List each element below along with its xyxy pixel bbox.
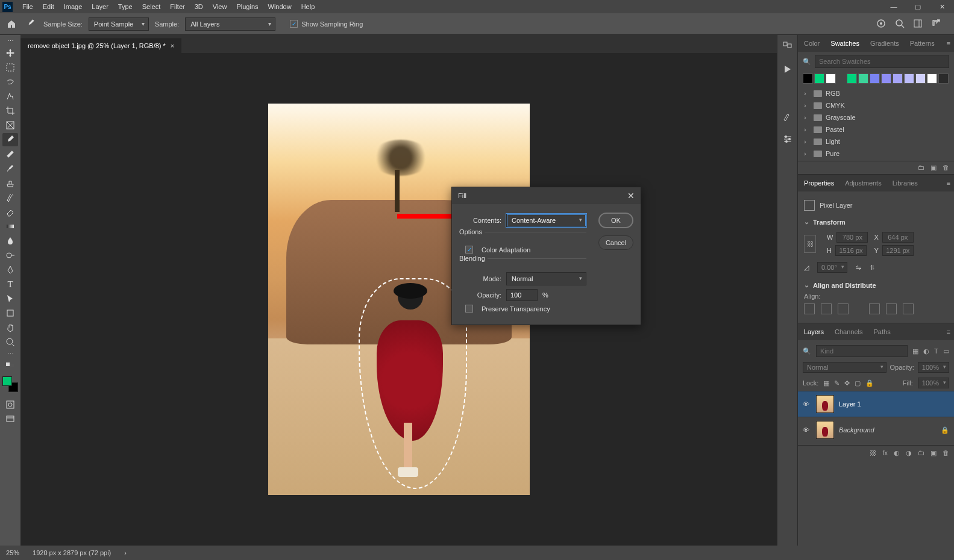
blend-mode-select[interactable]: Normal xyxy=(803,362,887,373)
contents-select[interactable]: Content-Aware xyxy=(506,214,586,227)
healing-tool[interactable] xyxy=(2,148,18,161)
menu-edit[interactable]: Edit xyxy=(38,1,59,12)
swatch-folder-grayscale[interactable]: ›Grayscale xyxy=(798,111,954,123)
transform-section-header[interactable]: ⌄Transform xyxy=(804,214,948,229)
filter-type-icon[interactable]: T xyxy=(934,347,938,355)
maximize-button[interactable]: ▢ xyxy=(906,0,930,13)
tools-handle[interactable]: ⋯ xyxy=(2,37,18,45)
eyedropper-tool[interactable] xyxy=(2,133,18,146)
swatch-item[interactable] xyxy=(915,73,926,84)
swatch-item[interactable] xyxy=(826,73,836,84)
menu-filter[interactable]: Filter xyxy=(165,1,189,12)
brush-tool[interactable] xyxy=(2,162,18,175)
menu-image[interactable]: Image xyxy=(59,1,87,12)
home-icon[interactable] xyxy=(5,17,18,31)
sample-size-select[interactable]: Point Sample xyxy=(89,17,149,31)
tab-properties[interactable]: Properties xyxy=(802,177,836,189)
dodge-tool[interactable] xyxy=(2,249,18,262)
path-select-tool[interactable] xyxy=(2,292,18,305)
zoom-level[interactable]: 25% xyxy=(6,549,19,556)
group-icon[interactable]: 🗀 xyxy=(918,449,924,457)
swatch-delete-icon[interactable]: 🗑 xyxy=(943,164,949,172)
tab-adjustments[interactable]: Adjustments xyxy=(843,177,884,189)
tab-patterns[interactable]: Patterns xyxy=(908,37,937,49)
search-icon[interactable] xyxy=(895,19,905,30)
link-layers-icon[interactable]: ⛓ xyxy=(870,449,876,457)
properties-panel-menu-icon[interactable]: ≡ xyxy=(947,179,950,187)
flip-h-icon[interactable]: ⇋ xyxy=(856,264,861,272)
tab-channels[interactable]: Channels xyxy=(832,326,865,338)
swatch-item[interactable] xyxy=(938,73,949,84)
edit-toolbar[interactable] xyxy=(2,358,18,372)
quick-mask-tool[interactable] xyxy=(2,398,18,411)
layers-panel-menu-icon[interactable]: ≡ xyxy=(947,328,950,335)
clone-stamp-tool[interactable] xyxy=(2,176,18,190)
layer-filter-kind[interactable] xyxy=(816,345,908,357)
color-adaptation-checkbox[interactable] xyxy=(465,246,473,254)
align-vcenter-icon[interactable] xyxy=(886,303,897,314)
workspace-icon[interactable] xyxy=(913,19,923,30)
screen-mode-tool[interactable] xyxy=(2,412,18,426)
y-input[interactable] xyxy=(882,245,914,256)
share-icon[interactable] xyxy=(931,18,942,30)
menu-3d[interactable]: 3D xyxy=(190,1,208,12)
tools-more[interactable]: ⋯ xyxy=(2,350,18,357)
align-bottom-icon[interactable] xyxy=(903,303,914,314)
zoom-tool[interactable] xyxy=(2,335,18,349)
collapsed-settings-icon[interactable] xyxy=(781,132,794,146)
visibility-icon[interactable]: 👁 xyxy=(803,400,811,408)
preserve-transparency-checkbox[interactable] xyxy=(465,305,473,313)
lock-paint-icon[interactable]: ✎ xyxy=(834,379,839,387)
swatch-folder-cmyk[interactable]: ›CMYK xyxy=(798,99,954,111)
link-wh-icon[interactable]: ⛓ xyxy=(804,235,816,253)
adjustment-icon[interactable]: ◑ xyxy=(906,449,912,457)
menu-type[interactable]: Type xyxy=(113,1,137,12)
layer-fill-select[interactable]: 100% xyxy=(918,378,949,388)
swatch-item[interactable] xyxy=(814,73,824,84)
collapsed-brushes-icon[interactable] xyxy=(781,110,794,123)
angle-input[interactable]: 0.00° xyxy=(817,262,847,273)
lock-trans-icon[interactable]: ▦ xyxy=(823,379,829,387)
mode-select[interactable]: Normal xyxy=(506,272,586,285)
ok-button[interactable]: OK xyxy=(598,213,633,228)
tab-paths[interactable]: Paths xyxy=(871,326,893,338)
menu-plugins[interactable]: Plugins xyxy=(231,1,263,12)
foreground-color-swatch[interactable] xyxy=(2,376,12,386)
layer-row-background[interactable]: 👁 Background 🔒 xyxy=(798,417,954,443)
align-hcenter-icon[interactable] xyxy=(821,303,832,314)
delete-layer-icon[interactable]: 🗑 xyxy=(943,449,949,457)
x-input[interactable] xyxy=(882,232,914,243)
align-section-header[interactable]: ⌄Align and Distribute xyxy=(804,278,948,293)
tab-layers[interactable]: Layers xyxy=(802,326,826,338)
menu-window[interactable]: Window xyxy=(263,1,297,12)
swatch-item[interactable] xyxy=(847,73,857,84)
menu-select[interactable]: Select xyxy=(137,1,166,12)
tab-gradients[interactable]: Gradients xyxy=(868,37,902,49)
quick-select-tool[interactable] xyxy=(2,90,18,103)
new-layer-icon[interactable]: ▣ xyxy=(930,449,937,457)
lock-nest-icon[interactable]: ▢ xyxy=(855,379,861,387)
visibility-icon[interactable]: 👁 xyxy=(803,426,811,434)
layer-name[interactable]: Background xyxy=(839,426,936,434)
gradient-tool[interactable] xyxy=(2,220,18,233)
menu-layer[interactable]: Layer xyxy=(87,1,113,12)
height-input[interactable] xyxy=(835,245,867,256)
type-tool[interactable]: T xyxy=(2,278,18,291)
minimize-button[interactable]: — xyxy=(882,0,906,13)
status-more-icon[interactable]: › xyxy=(124,549,127,556)
marquee-tool[interactable] xyxy=(2,61,18,74)
layer-row-layer1[interactable]: 👁 Layer 1 xyxy=(798,391,954,417)
flip-v-icon[interactable]: ⥮ xyxy=(870,264,875,272)
align-top-icon[interactable] xyxy=(869,303,880,314)
close-window-button[interactable]: ✕ xyxy=(930,0,954,13)
swatch-item[interactable] xyxy=(858,73,868,84)
frame-tool[interactable] xyxy=(2,119,18,132)
swatch-item[interactable] xyxy=(927,73,937,84)
filter-shape-icon[interactable]: ▭ xyxy=(943,347,949,355)
shape-tool[interactable] xyxy=(2,306,18,320)
blur-tool[interactable] xyxy=(2,234,18,247)
opacity-input[interactable] xyxy=(506,289,538,301)
filter-pixel-icon[interactable]: ▦ xyxy=(912,347,918,355)
menu-view[interactable]: View xyxy=(208,1,232,12)
swatches-panel-menu-icon[interactable]: ≡ xyxy=(947,40,950,47)
